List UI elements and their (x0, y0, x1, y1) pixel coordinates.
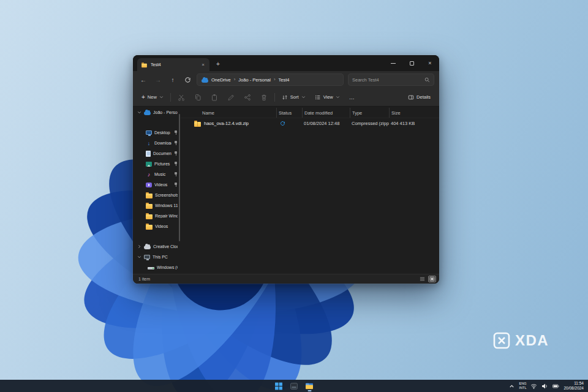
clock[interactable]: 11:54 20/08/2024 (564, 381, 584, 391)
column-header-size[interactable]: Size (389, 108, 439, 118)
tab-close-icon[interactable]: × (200, 62, 206, 67)
sidebar-item-label: Windows 11 (155, 203, 178, 208)
titlebar[interactable]: Test4 × + × (133, 55, 439, 71)
up-button[interactable]: ↑ (167, 74, 178, 85)
plus-icon: + (141, 94, 145, 100)
battery-button[interactable] (552, 383, 559, 390)
tab-test4[interactable]: Test4 × (137, 58, 209, 71)
sidebar-gap (133, 118, 181, 127)
sort-button[interactable]: Sort (279, 92, 308, 102)
file-size: 404 413 KB (389, 121, 439, 126)
column-header-type[interactable]: Type (350, 108, 389, 118)
close-button[interactable]: × (421, 55, 439, 71)
file-row[interactable]: haos_ova-12.4.vdi.zip 01/08/2024 12:48 C… (181, 118, 439, 129)
this-pc-icon (144, 255, 150, 259)
more-options-button[interactable]: … (347, 92, 358, 102)
sidebar-item-this-pc[interactable]: This PC (134, 252, 179, 262)
clock-time: 11:54 (564, 381, 584, 386)
share-button[interactable] (241, 92, 254, 103)
file-status-cell (276, 121, 302, 126)
paste-button[interactable] (208, 92, 221, 103)
breadcrumb-separator: › (234, 77, 236, 82)
folder-icon (146, 225, 153, 230)
search-icon (424, 77, 430, 83)
hidden-icons-chevron[interactable] (508, 383, 515, 390)
delete-icon (260, 94, 268, 101)
onedrive-icon (202, 79, 208, 83)
sidebar-item-windows-11[interactable]: Windows 11 (134, 200, 179, 211)
battery-icon (552, 383, 559, 390)
sidebar-item-onedrive-personal[interactable]: João - Personal (134, 107, 179, 118)
drive-icon (148, 267, 154, 270)
delete-button[interactable] (258, 92, 270, 103)
toolbar-divider (274, 93, 275, 102)
sidebar-item-label: Documents (153, 151, 172, 156)
sidebar-item-label: Windows (C:) (157, 265, 178, 270)
pictures-icon (146, 162, 152, 167)
sidebar-item-videos-folder[interactable]: Videos (134, 221, 179, 232)
sidebar-item-desktop[interactable]: Desktop (134, 127, 179, 138)
chevron-down-icon (159, 95, 164, 99)
column-header-name[interactable]: Name (181, 108, 276, 118)
new-tab-button[interactable]: + (213, 59, 223, 69)
sidebar-item-label: Music (154, 172, 172, 176)
volume-button[interactable] (541, 383, 548, 390)
sidebar-item-creative-cloud[interactable]: Creative Cloud F... (134, 241, 179, 252)
sidebar-gap (133, 232, 181, 241)
file-explorer-button[interactable] (306, 380, 314, 392)
language-indicator[interactable]: ENG INTL (519, 382, 527, 390)
sidebar-item-music[interactable]: ♪ Music (134, 169, 179, 179)
start-button[interactable] (275, 380, 283, 392)
windows-logo-icon (275, 382, 283, 390)
view-button[interactable]: View (312, 92, 342, 102)
details-view-toggle[interactable] (418, 276, 426, 282)
sort-icon (282, 94, 288, 100)
minimize-button[interactable] (384, 55, 402, 71)
sidebar-item-label: Screenshots (155, 193, 178, 197)
details-pane-button[interactable]: Details (405, 92, 433, 102)
chevron-down-icon (301, 95, 306, 99)
sidebar-item-windows-c[interactable]: Windows (C:) (134, 262, 179, 273)
desktop[interactable]: { "colors": { "accent_blue": "#2f9df4", … (0, 0, 588, 392)
folder-icon (141, 63, 147, 67)
navigation-pane: João - Personal Desktop ↓ Downloads Docu… (133, 107, 181, 274)
documents-icon (146, 151, 151, 157)
maximize-button[interactable] (402, 55, 421, 71)
tab-title: Test4 (151, 62, 197, 67)
breadcrumb-item-onedrive[interactable]: OneDrive (211, 77, 231, 83)
sidebar-item-pictures[interactable]: Pictures (134, 159, 179, 169)
sidebar-item-label: Desktop (154, 130, 172, 135)
creative-cloud-icon (144, 246, 151, 249)
chevron-down-icon (137, 255, 141, 259)
back-button[interactable]: ← (138, 74, 149, 85)
onedrive-icon (144, 111, 151, 115)
rename-button[interactable] (225, 92, 237, 103)
refresh-button[interactable] (182, 74, 193, 85)
cut-button[interactable] (175, 92, 187, 103)
pin-icon (174, 183, 178, 187)
window-controls: × (384, 55, 439, 71)
network-button[interactable] (530, 383, 537, 390)
sidebar-item-documents[interactable]: Documents (134, 148, 179, 159)
wifi-icon (530, 383, 537, 390)
search-input[interactable] (352, 77, 422, 83)
sidebar-scrollbar[interactable] (179, 114, 180, 241)
onedrive-sync-icon (280, 121, 285, 126)
breadcrumb-item-test4[interactable]: Test4 (279, 77, 290, 83)
copy-button[interactable] (192, 92, 204, 103)
cut-icon (178, 94, 185, 101)
column-header-date-modified[interactable]: Date modified (302, 108, 350, 118)
forward-button[interactable]: → (153, 74, 164, 85)
sidebar-item-repair-windows[interactable]: Repair Windows (134, 211, 179, 221)
large-icons-view-toggle[interactable] (428, 276, 436, 282)
command-bar: + New (133, 88, 439, 107)
breadcrumb-item-account[interactable]: João - Personal (238, 77, 271, 83)
sidebar-item-screenshots[interactable]: Screenshots (134, 190, 179, 200)
taskbar-app-button[interactable] (290, 380, 298, 392)
sidebar-item-label: Videos (154, 183, 172, 187)
breadcrumb[interactable]: OneDrive › João - Personal › Test4 (197, 74, 344, 86)
sidebar-item-videos-pinned[interactable]: Videos (134, 179, 179, 190)
column-header-status[interactable]: Status (276, 108, 302, 118)
new-button[interactable]: + New (139, 92, 166, 102)
sidebar-item-downloads[interactable]: ↓ Downloads (134, 138, 179, 148)
